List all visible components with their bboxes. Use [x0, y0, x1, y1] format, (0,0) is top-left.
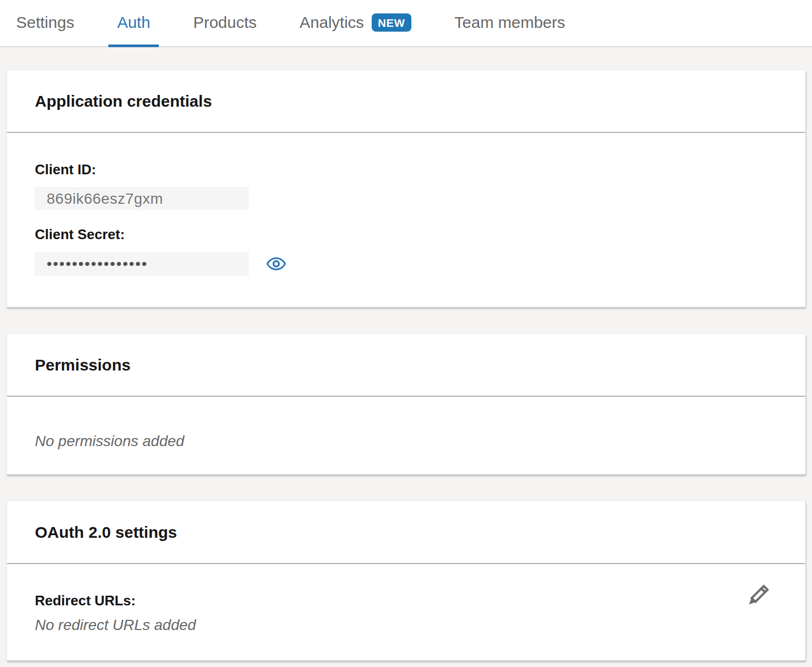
- pencil-icon[interactable]: [747, 582, 772, 607]
- permissions-header: Permissions: [7, 334, 805, 397]
- client-id-text: 869ik66esz7gxm: [47, 190, 163, 207]
- oauth-settings-card: OAuth 2.0 settings Redirect URLs: No red…: [6, 501, 806, 661]
- client-secret-value: ••••••••••••••••: [35, 252, 249, 276]
- tab-products-label: Products: [193, 13, 256, 32]
- permissions-title: Permissions: [35, 356, 130, 374]
- eye-icon[interactable]: [267, 256, 286, 272]
- tab-products[interactable]: Products: [184, 0, 265, 47]
- tab-settings[interactable]: Settings: [8, 0, 83, 47]
- application-credentials-card: Application credentials Client ID: 869ik…: [6, 70, 806, 307]
- tab-auth[interactable]: Auth: [108, 0, 159, 47]
- tab-settings-label: Settings: [16, 13, 74, 32]
- tab-team-members-label: Team members: [454, 13, 565, 32]
- oauth-settings-title: OAuth 2.0 settings: [35, 523, 177, 542]
- application-credentials-title: Application credentials: [35, 92, 212, 110]
- tab-analytics[interactable]: Analytics NEW: [291, 0, 420, 47]
- new-badge: NEW: [372, 13, 412, 32]
- client-id-label: Client ID:: [35, 161, 777, 178]
- tab-team-members[interactable]: Team members: [446, 0, 574, 47]
- redirect-urls-label: Redirect URLs:: [35, 592, 777, 609]
- client-secret-masked-text: ••••••••••••••••: [47, 255, 148, 272]
- client-id-value: 869ik66esz7gxm: [35, 187, 249, 210]
- permissions-empty-text: No permissions added: [35, 432, 777, 450]
- oauth-settings-header: OAuth 2.0 settings: [7, 501, 805, 564]
- redirect-urls-empty-text: No redirect URLs added: [35, 616, 777, 634]
- permissions-card: Permissions No permissions added: [6, 334, 806, 475]
- tab-auth-label: Auth: [117, 13, 150, 32]
- tab-analytics-label: Analytics: [300, 13, 364, 32]
- application-credentials-header: Application credentials: [7, 70, 805, 133]
- tab-bar: Settings Auth Products Analytics NEW Tea…: [0, 0, 812, 47]
- client-secret-label: Client Secret:: [35, 226, 777, 243]
